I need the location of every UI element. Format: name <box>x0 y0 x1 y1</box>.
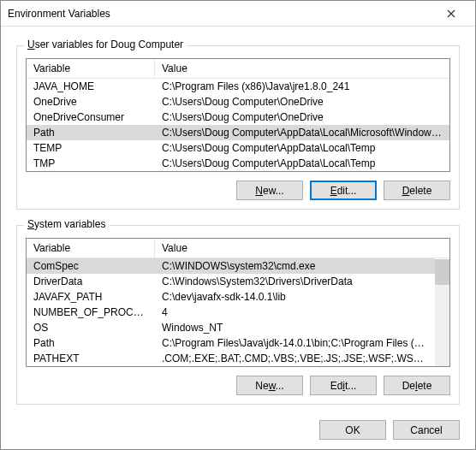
cell-value: C:\Users\Doug Computer\AppData\Local\Mic… <box>155 127 449 139</box>
system-variables-group: System variables Variable Value ComSpecC… <box>16 225 460 405</box>
window-title: Environment Variables <box>8 8 434 20</box>
list-header: Variable Value <box>27 239 449 258</box>
list-header: Variable Value <box>27 59 449 79</box>
table-row[interactable]: ComSpecC:\WINDOWS\system32\cmd.exe <box>27 258 435 274</box>
table-row[interactable]: DriverDataC:\Windows\System32\Drivers\Dr… <box>27 274 435 289</box>
cell-value: C:\Program Files (x86)\Java\jre1.8.0_241 <box>155 80 449 92</box>
system-edit-button[interactable]: Edit... <box>310 376 377 395</box>
cell-value: C:\dev\javafx-sdk-14.0.1\lib <box>155 291 435 303</box>
system-group-label: System variables <box>24 218 109 230</box>
cancel-button[interactable]: Cancel <box>393 420 460 440</box>
table-row[interactable]: TMPC:\Users\Doug Computer\AppData\Local\… <box>27 156 449 171</box>
scrollbar-track[interactable] <box>435 259 449 366</box>
user-delete-button[interactable]: Delete <box>384 181 450 200</box>
cell-variable: OS <box>27 322 155 334</box>
cell-value: C:\Users\Doug Computer\AppData\Local\Tem… <box>155 157 449 169</box>
cell-variable: OneDrive <box>27 96 155 108</box>
table-row[interactable]: PathC:\Program Files\Java\jdk-14.0.1\bin… <box>27 335 435 351</box>
cell-variable: OneDriveConsumer <box>27 111 155 123</box>
cell-variable: Path <box>27 127 155 139</box>
table-row[interactable]: NUMBER_OF_PROCESSORS4 <box>27 305 435 320</box>
column-variable[interactable]: Variable <box>27 59 155 78</box>
table-row[interactable]: TEMPC:\Users\Doug Computer\AppData\Local… <box>27 140 449 156</box>
user-group-label: User variables for Doug Computer <box>24 38 187 50</box>
cell-variable: Path <box>27 337 155 349</box>
cell-value: 4 <box>155 306 435 318</box>
cell-value: C:\Users\Doug Computer\OneDrive <box>155 111 449 123</box>
cell-variable: PATHEXT <box>27 352 155 364</box>
scrollbar-thumb[interactable] <box>435 259 449 285</box>
ok-button[interactable]: OK <box>319 420 386 440</box>
cell-variable: JAVA_HOME <box>27 80 155 92</box>
user-new-button[interactable]: New... <box>236 181 303 200</box>
table-row[interactable]: OneDriveConsumerC:\Users\Doug Computer\O… <box>27 110 449 125</box>
table-row[interactable]: PATHEXT.COM;.EXE;.BAT;.CMD;.VBS;.VBE;.JS… <box>27 351 435 366</box>
system-new-button[interactable]: New... <box>236 376 303 395</box>
table-row[interactable]: JAVAFX_PATHC:\dev\javafx-sdk-14.0.1\lib <box>27 289 435 305</box>
close-icon <box>447 9 455 18</box>
table-row[interactable]: OneDriveC:\Users\Doug Computer\OneDrive <box>27 94 449 110</box>
system-delete-button[interactable]: Delete <box>384 376 450 395</box>
cell-variable: JAVAFX_PATH <box>27 291 155 303</box>
cell-value: C:\Users\Doug Computer\OneDrive <box>155 96 449 108</box>
cell-value: C:\Program Files\Java\jdk-14.0.1\bin;C:\… <box>155 337 435 349</box>
cell-value: Windows_NT <box>155 322 435 334</box>
close-button[interactable] <box>434 2 468 26</box>
column-variable[interactable]: Variable <box>27 239 155 258</box>
user-edit-button[interactable]: Edit... <box>310 181 377 200</box>
column-value[interactable]: Value <box>155 239 449 258</box>
cell-variable: TMP <box>27 157 155 169</box>
table-row[interactable]: OSWindows_NT <box>27 320 435 335</box>
cell-variable: NUMBER_OF_PROCESSORS <box>27 306 155 318</box>
table-row[interactable]: PathC:\Users\Doug Computer\AppData\Local… <box>27 125 449 140</box>
cell-value: C:\WINDOWS\system32\cmd.exe <box>155 260 435 272</box>
title-bar: Environment Variables <box>1 1 475 27</box>
cell-variable: ComSpec <box>27 260 155 272</box>
cell-value: .COM;.EXE;.BAT;.CMD;.VBS;.VBE;.JS;.JSE;.… <box>155 352 435 364</box>
column-value[interactable]: Value <box>155 59 449 78</box>
cell-value: C:\Windows\System32\Drivers\DriverData <box>155 275 435 287</box>
cell-variable: DriverData <box>27 275 155 287</box>
system-variables-list[interactable]: Variable Value ComSpecC:\WINDOWS\system3… <box>26 238 450 367</box>
user-variables-group: User variables for Doug Computer Variabl… <box>16 45 460 210</box>
table-row[interactable]: JAVA_HOMEC:\Program Files (x86)\Java\jre… <box>27 79 449 94</box>
cell-variable: TEMP <box>27 142 155 154</box>
user-variables-list[interactable]: Variable Value JAVA_HOMEC:\Program Files… <box>26 58 450 172</box>
cell-value: C:\Users\Doug Computer\AppData\Local\Tem… <box>155 142 449 154</box>
